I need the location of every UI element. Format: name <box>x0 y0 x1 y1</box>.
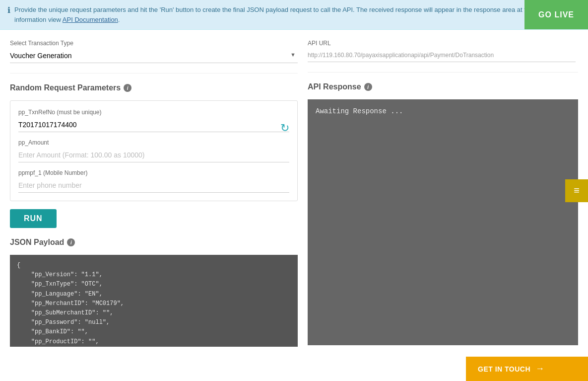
json-payload-heading: JSON Payload i <box>10 238 298 247</box>
pp-txnrefno-input[interactable] <box>18 118 289 132</box>
api-url-input[interactable] <box>308 49 576 62</box>
ppmpf1-input[interactable] <box>18 178 289 193</box>
json-payload-box: { "pp_Version": "1.1", "pp_TxnType": "OT… <box>10 255 298 347</box>
transaction-type-label: Select Transaction Type <box>10 40 298 47</box>
ppmpf1-label: ppmpf_1 (Mobile Number) <box>18 169 289 176</box>
refresh-txnrefno-button[interactable]: ↻ <box>280 122 289 135</box>
api-response-info-icon[interactable]: i <box>364 83 372 91</box>
info-icon: ℹ <box>7 5 10 15</box>
api-response-content: Awaiting Response ... <box>308 99 578 345</box>
api-docs-link[interactable]: API Documentation <box>63 16 118 23</box>
divider-2 <box>308 72 578 73</box>
left-column: Select Transaction Type Voucher Generati… <box>10 40 298 347</box>
json-payload-content[interactable]: { "pp_Version": "1.1", "pp_TxnType": "OT… <box>10 255 298 347</box>
banner-text: Provide the unique request parameters an… <box>14 5 581 24</box>
go-live-button[interactable]: GO LIVE <box>524 0 588 29</box>
pp-amount-input[interactable] <box>18 148 289 162</box>
divider-1 <box>10 73 298 74</box>
pp-txnrefno-label: pp_TxnRefNo (must be unique) <box>18 109 289 116</box>
random-params-title: Random Request Parameters <box>10 83 121 92</box>
api-url-label: API URL <box>308 40 576 47</box>
random-params-heading: Random Request Parameters i <box>10 83 298 92</box>
pp-amount-label: pp_Amount <box>18 139 289 146</box>
main-layout: Select Transaction Type Voucher Generati… <box>0 30 588 347</box>
info-banner: ℹ Provide the unique request parameters … <box>0 0 588 30</box>
random-params-info-icon[interactable]: i <box>124 84 131 92</box>
run-button[interactable]: RUN <box>10 209 57 228</box>
ppmpf1-row: ppmpf_1 (Mobile Number) <box>18 169 289 193</box>
top-form-row: Select Transaction Type Voucher Generati… <box>10 40 298 63</box>
pp-txnrefno-row: pp_TxnRefNo (must be unique) <box>18 109 289 132</box>
right-column: API URL API Response i Awaiting Response… <box>308 40 578 347</box>
pp-amount-row: pp_Amount <box>18 139 289 162</box>
api-url-group: API URL <box>308 40 576 62</box>
json-payload-info-icon[interactable]: i <box>67 238 75 246</box>
api-response-heading: API Response i <box>308 82 578 91</box>
transaction-type-group: Select Transaction Type Voucher Generati… <box>10 40 298 63</box>
transaction-type-select[interactable]: Voucher Generation Payment Refund <box>10 49 298 63</box>
transaction-type-select-wrapper: Voucher Generation Payment Refund <box>10 49 298 63</box>
api-url-row: API URL <box>308 40 578 62</box>
json-payload-title: JSON Payload <box>10 238 64 247</box>
api-response-title: API Response <box>308 82 361 91</box>
lines-sidebar-button[interactable]: ≡ <box>565 179 588 202</box>
params-box: pp_TxnRefNo (must be unique) ↻ pp_Amount… <box>10 100 298 201</box>
